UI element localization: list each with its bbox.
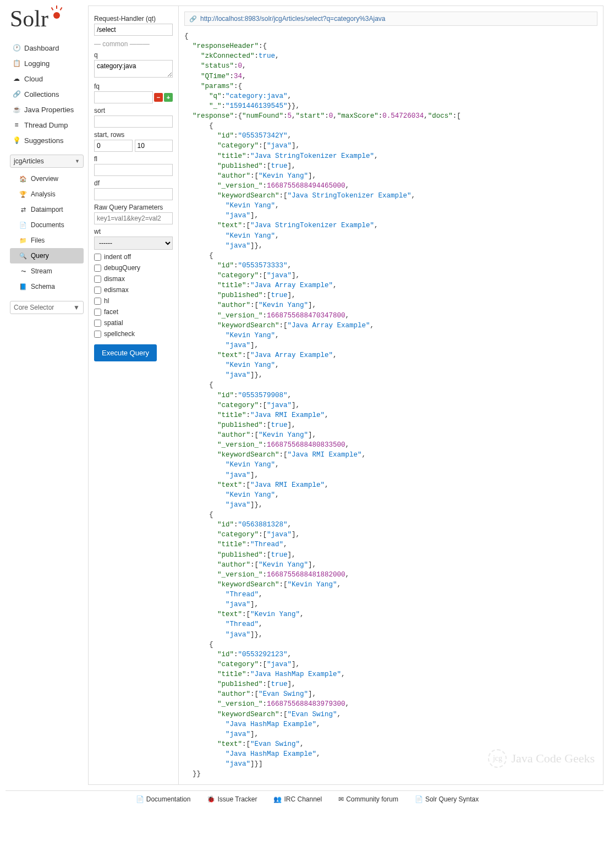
input-q[interactable] [94,60,173,78]
label-fq: fq [94,83,173,90]
label-sort: sort [94,107,173,114]
footer-link-irc-channel[interactable]: 👥IRC Channel [268,795,322,803]
core-selector[interactable]: Core Selector ▼ [10,301,84,314]
watermark-text: Java Code Geeks [511,751,595,766]
label-q: q [94,51,173,59]
nav-item-dashboard[interactable]: 🕐Dashboard [10,40,84,56]
add-fq-button[interactable]: + [164,93,173,102]
input-df[interactable] [94,188,173,200]
label-dismax: dismax [104,275,125,283]
subnav-label: Stream [31,267,52,275]
label-df: df [94,179,173,187]
input-rows[interactable] [135,140,173,152]
subnav-icon: 📄 [19,221,28,229]
checkbox-edismax[interactable] [94,287,101,294]
svg-rect-3 [60,7,63,10]
subnav-icon: 📘 [19,282,28,291]
nav-item-thread-dump[interactable]: ≡Thread Dump [10,117,84,133]
checkbox-facet[interactable] [94,309,101,316]
nav-item-java-properties[interactable]: ☕Java Properties [10,102,84,117]
checkbox-hl[interactable] [94,298,101,305]
label-qt: Request-Handler (qt) [94,15,173,23]
nav-icon: 💡 [12,136,21,145]
subnav-icon: 🏆 [19,190,28,199]
subnav-label: Documents [31,221,64,229]
label-edismax: edismax [104,286,129,294]
nav-label: Collections [24,90,59,98]
caret-icon: ▼ [75,158,80,164]
nav-label: Java Properties [24,106,74,114]
watermark: jcg Java Code Geeks [488,749,595,768]
nav-item-collections[interactable]: 🔗Collections [10,86,84,102]
footer: 📄Documentation🐞Issue Tracker👥IRC Channel… [6,790,603,810]
subnav-item-files[interactable]: 📁Files [10,233,84,248]
nav-label: Dashboard [24,44,59,52]
subnav-icon: 🏠 [19,174,28,183]
nav-icon: ☕ [12,105,21,114]
link-icon: 🔗 [189,15,197,23]
label-spellcheck: spellcheck [104,330,135,338]
subnav-item-analysis[interactable]: 🏆Analysis [10,186,84,202]
checkbox-spatial[interactable] [94,320,101,327]
input-raw[interactable] [94,212,173,224]
nav-label: Thread Dump [24,121,68,129]
subnav-icon: 📁 [19,236,28,245]
nav-icon: 🕐 [12,43,21,52]
subnav-icon: 🔍 [19,251,28,260]
subnav-item-query[interactable]: 🔍Query [10,248,84,263]
core-dropdown[interactable]: jcgArticles ▼ [10,155,84,168]
nav-item-logging[interactable]: 📋Logging [10,56,84,71]
label-fl: fl [94,155,173,163]
label-facet: facet [104,308,118,316]
input-sort[interactable] [94,116,173,128]
footer-link-issue-tracker[interactable]: 🐞Issue Tracker [201,795,257,803]
input-qt[interactable] [94,24,173,36]
subnav-label: Query [31,252,49,260]
subnav-item-documents[interactable]: 📄Documents [10,217,84,233]
sun-icon [50,6,64,24]
input-start[interactable] [94,140,133,152]
nav-item-cloud[interactable]: ☁Cloud [10,71,84,86]
query-form: Request-Handler (qt) common q fq − + sor… [88,6,179,785]
subnav-icon: ⇄ [19,205,28,214]
nav-icon: ≡ [12,120,21,129]
subnav-label: Analysis [31,190,56,198]
select-wt[interactable]: ------ [94,237,173,250]
logo: Solr [10,6,84,32]
input-fq[interactable] [94,91,153,103]
subnav-item-overview[interactable]: 🏠Overview [10,171,84,186]
nav-item-suggestions[interactable]: 💡Suggestions [10,133,84,148]
footer-icon: 📄 [136,795,144,803]
common-divider: common [94,40,173,48]
footer-link-solr-query-syntax[interactable]: 📄Solr Query Syntax [409,795,479,803]
subnav-item-schema[interactable]: 📘Schema [10,279,84,294]
checkbox-indent[interactable] [94,254,101,261]
execute-query-button[interactable]: Execute Query [94,344,157,361]
json-response: { "responseHeader":{ "zkConnected":true,… [184,31,597,779]
nav-icon: 🔗 [12,90,21,98]
subnav-icon: ⤳ [19,267,28,276]
label-debugQuery: debugQuery [104,264,140,272]
input-fl[interactable] [94,164,173,176]
label-indent: indent off [104,253,131,261]
sidebar: Solr 🕐Dashboard📋Logging☁Cloud🔗Collection… [6,6,88,785]
checkbox-spellcheck[interactable] [94,331,101,338]
logo-text: Solr [10,6,48,32]
checkbox-dismax[interactable] [94,276,101,283]
svg-rect-2 [51,7,54,10]
footer-link-community-forum[interactable]: ✉Community forum [333,795,398,803]
url-bar[interactable]: 🔗 http://localhost:8983/solr/jcgArticles… [184,12,597,26]
footer-link-documentation[interactable]: 📄Documentation [130,795,191,803]
svg-rect-1 [56,6,57,9]
nav-label: Cloud [24,75,43,83]
checkbox-debugQuery[interactable] [94,265,101,272]
footer-icon: 📄 [415,795,423,803]
subnav-item-stream[interactable]: ⤳Stream [10,263,84,279]
subnav-item-dataimport[interactable]: ⇄Dataimport [10,202,84,217]
svg-point-0 [53,12,60,19]
core-dropdown-value: jcgArticles [14,157,44,165]
remove-fq-button[interactable]: − [154,93,163,102]
label-start-rows: start, rows [94,131,173,139]
label-raw: Raw Query Parameters [94,204,173,211]
url-text: http://localhost:8983/solr/jcgArticles/s… [200,15,386,23]
